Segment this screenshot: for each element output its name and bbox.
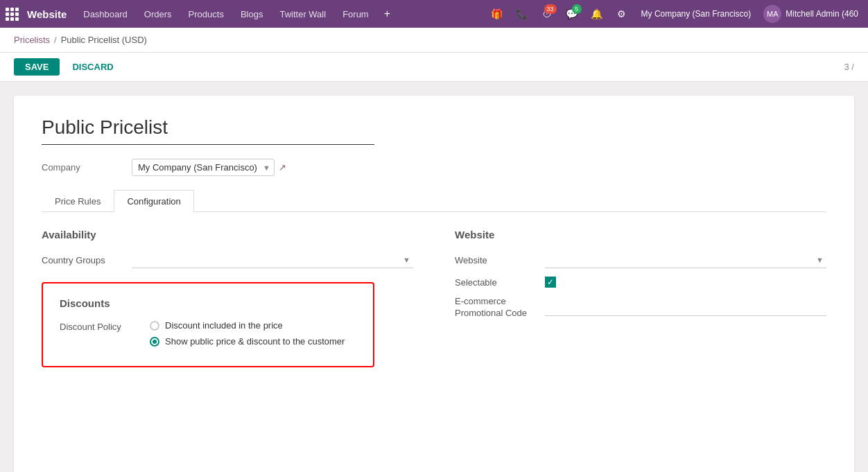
nav-menu: Dashboard Orders Products Blogs Twitter … — [75, 0, 397, 28]
grid-icon — [6, 8, 19, 21]
chat-icon-btn[interactable]: 💬 5 — [561, 3, 583, 25]
country-groups-label: Country Groups — [42, 255, 132, 265]
selectable-checkbox[interactable]: ✓ — [545, 277, 556, 288]
availability-title: Availability — [42, 229, 413, 241]
website-select-wrap: ▼ — [545, 252, 826, 268]
main-content: Public Pricelist Company My Company (San… — [0, 82, 868, 472]
nav-forum[interactable]: Forum — [334, 0, 377, 28]
discounts-section: Discounts Discount Policy Discount inclu… — [42, 282, 374, 367]
user-avatar: MA — [763, 5, 781, 23]
settings-icon-btn[interactable]: ⚙ — [611, 3, 633, 25]
discount-option-2[interactable]: Show public price & discount to the cust… — [150, 336, 345, 347]
timer-badge: 33 — [544, 4, 557, 14]
breadcrumb-current: Public Pricelist (USD) — [61, 35, 147, 45]
discount-policy-field: Discount Policy Discount included in the… — [60, 320, 356, 347]
tabs: Price Rules Configuration — [42, 190, 826, 212]
discount-policy-label: Discount Policy — [60, 320, 150, 332]
form-card: Public Pricelist Company My Company (San… — [14, 96, 854, 472]
checkmark-icon: ✓ — [547, 277, 554, 287]
chat-badge: 5 — [572, 4, 582, 14]
nav-dashboard[interactable]: Dashboard — [75, 0, 136, 28]
company-label: Company — [42, 162, 132, 173]
discount-option-2-label: Show public price & discount to the cust… — [165, 336, 345, 347]
website-section-title: Website — [455, 229, 826, 241]
discounts-title: Discounts — [60, 297, 356, 309]
ecommerce-promo-field: E-commerce Promotional Code — [455, 296, 826, 320]
top-navigation: Website Dashboard Orders Products Blogs … — [0, 0, 868, 28]
nav-twitter-wall[interactable]: Twitter Wall — [271, 0, 334, 28]
selectable-field: Selectable ✓ — [455, 277, 826, 288]
ecommerce-promo-label: E-commerce Promotional Code — [455, 296, 545, 320]
form-title[interactable]: Public Pricelist — [42, 116, 374, 145]
timer-icon-btn[interactable]: ⏱ 33 — [536, 3, 558, 25]
gift-icon-btn[interactable]: 🎁 — [486, 3, 508, 25]
website-label: Website — [455, 255, 545, 265]
save-button[interactable]: SAVE — [14, 58, 60, 76]
radio-inner-2 — [153, 340, 157, 344]
country-groups-select-wrap: ▼ — [132, 252, 413, 268]
company-field-row: Company My Company (San Francisco) ▼ ↗ — [42, 159, 826, 176]
tab-price-rules[interactable]: Price Rules — [42, 190, 114, 212]
website-select[interactable] — [545, 252, 826, 268]
breadcrumb: Pricelists / Public Pricelist (USD) — [0, 28, 868, 53]
nav-right-actions: 🎁 📞 ⏱ 33 💬 5 🔔 ⚙ My Company (San Francis… — [486, 3, 862, 25]
company-value-wrap: My Company (San Francisco) ▼ ↗ — [132, 159, 286, 176]
app-brand[interactable]: Website — [6, 8, 67, 21]
tab-content-configuration: Availability Country Groups ▼ Discounts — [42, 212, 826, 384]
pagination: 3 / — [844, 62, 854, 72]
discard-button[interactable]: DISCARD — [65, 58, 120, 76]
ecommerce-promo-input[interactable] — [545, 299, 826, 316]
tab-configuration[interactable]: Configuration — [114, 190, 193, 212]
country-groups-select[interactable] — [132, 252, 413, 268]
website-section: Website Website ▼ Selectable — [455, 229, 826, 367]
action-bar: SAVE DISCARD 3 / — [0, 53, 868, 82]
breadcrumb-separator: / — [54, 35, 57, 45]
brand-label: Website — [27, 8, 67, 20]
user-name: Mitchell Admin (460 — [785, 9, 858, 19]
discount-option-1-label: Discount included in the price — [165, 320, 283, 331]
radio-circle-2 — [150, 337, 159, 347]
discount-policy-options: Discount included in the price Show publ… — [150, 320, 345, 347]
ecommerce-promo-input-wrap — [545, 299, 826, 316]
website-field: Website ▼ — [455, 252, 826, 268]
nav-add-button[interactable]: + — [377, 0, 397, 28]
nav-products[interactable]: Products — [180, 0, 232, 28]
country-groups-field: Country Groups ▼ — [42, 252, 413, 268]
company-select[interactable]: My Company (San Francisco) — [132, 159, 275, 176]
radio-circle-1 — [150, 321, 159, 331]
selectable-label: Selectable — [455, 277, 545, 288]
config-columns: Availability Country Groups ▼ Discounts — [42, 229, 826, 367]
user-menu[interactable]: MA Mitchell Admin (460 — [759, 5, 862, 23]
company-external-link-icon[interactable]: ↗ — [279, 162, 286, 173]
notification-icon-btn[interactable]: 🔔 — [586, 3, 608, 25]
breadcrumb-link[interactable]: Pricelists — [14, 35, 50, 45]
nav-blogs[interactable]: Blogs — [232, 0, 272, 28]
discount-option-1[interactable]: Discount included in the price — [150, 320, 345, 331]
company-label[interactable]: My Company (San Francisco) — [636, 9, 757, 19]
availability-section: Availability Country Groups ▼ Discounts — [42, 229, 413, 367]
nav-orders[interactable]: Orders — [136, 0, 180, 28]
phone-icon-btn[interactable]: 📞 — [511, 3, 533, 25]
